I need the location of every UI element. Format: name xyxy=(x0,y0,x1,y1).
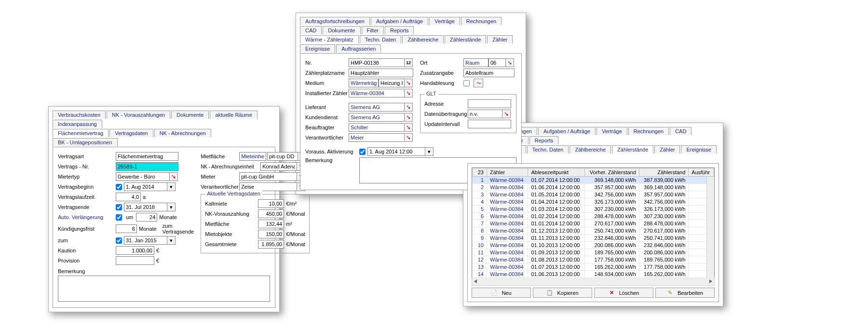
tab-cad[interactable]: CAD xyxy=(300,26,322,34)
tab-nk-vorauszahlungen[interactable]: NK - Vorauszahlungen xyxy=(107,111,170,119)
ort-link-input[interactable] xyxy=(463,58,488,67)
tab-techn-daten[interactable]: Techn. Daten xyxy=(527,145,569,153)
zaehlerstaende-table[interactable]: 23 Zähler Ablesezeitpunkt Vorher. Zähler… xyxy=(472,168,714,278)
glt-ui-input[interactable] xyxy=(468,120,511,128)
installed-input[interactable] xyxy=(349,89,405,97)
vorauss-input[interactable] xyxy=(367,147,425,156)
nkvor-input[interactable] xyxy=(258,209,284,218)
picker-icon[interactable]: ➘ xyxy=(502,110,511,118)
date-picker-icon[interactable]: ▾ xyxy=(167,182,176,191)
vertragslaufzeit-input[interactable] xyxy=(116,193,141,201)
table-row[interactable]: 1Wärme-0038401.07.2014 12:00:00369.148,0… xyxy=(473,177,714,184)
tab-ereignisse[interactable]: Ereignisse xyxy=(300,44,335,53)
loeschen-button[interactable]: Löschen xyxy=(594,288,653,298)
table-row[interactable]: 3Wärme-0038401.05.2014 12:00:00342.756,0… xyxy=(473,191,714,198)
picker-icon[interactable]: ➘ xyxy=(404,113,413,122)
tab-vertr-ge[interactable]: Verträge xyxy=(597,127,627,135)
table-row[interactable]: 9Wärme-0038401.11.2013 12:00:00232.846,0… xyxy=(473,235,714,242)
verantw-input[interactable] xyxy=(349,133,405,142)
table-row[interactable]: 12Wärme-0038401.08.2013 12:00:00177.758,… xyxy=(473,256,714,264)
bearbeiten-button[interactable]: Bearbeiten xyxy=(655,288,715,298)
tab-z-hler[interactable]: Zähler xyxy=(487,35,513,43)
table-row[interactable]: 6Wärme-0038401.02.2014 12:00:00288.478,0… xyxy=(473,213,714,220)
picker-icon[interactable]: ➘ xyxy=(505,58,514,67)
bemerkung-textarea[interactable] xyxy=(58,276,270,302)
zum-check[interactable] xyxy=(116,237,122,244)
id-generate-icon[interactable]: 12 xyxy=(404,58,413,67)
date-picker-icon[interactable]: ▾ xyxy=(167,236,176,245)
vertragsnr-input[interactable] xyxy=(116,162,178,171)
tab-nk-abrechnungen[interactable]: NK - Abrechnungen xyxy=(154,129,211,137)
tab-dokumente[interactable]: Dokumente xyxy=(171,111,209,119)
tab-w-rme-z-hlerplatz[interactable]: Wärme - Zählerplatz xyxy=(300,35,359,43)
tab-reports[interactable]: Reports xyxy=(529,136,559,144)
tab-z-hlbereiche[interactable]: Zählbereiche xyxy=(570,145,611,153)
col-ausfuehr[interactable]: Ausführ xyxy=(689,168,714,177)
tab-vertr-ge[interactable]: Verträge xyxy=(429,17,460,25)
table-row[interactable]: 7Wärme-0038401.01.2014 12:00:00270.617,0… xyxy=(473,220,714,227)
table-row[interactable]: 13Wärme-0038401.07.2013 12:00:00165.262,… xyxy=(473,264,714,271)
nr-input[interactable] xyxy=(349,58,405,67)
tab-aktuelle-r-ume[interactable]: aktuelle Räume xyxy=(210,111,257,119)
picker-icon[interactable]: ➘ xyxy=(404,123,413,132)
mietertyp-input[interactable] xyxy=(116,172,170,181)
horizontal-scrollbar[interactable] xyxy=(472,278,715,286)
vertragsende-input[interactable] xyxy=(124,203,167,211)
autoverl-check[interactable] xyxy=(116,214,122,221)
picker-icon[interactable]: ➘ xyxy=(404,103,413,111)
medium-link-input[interactable] xyxy=(349,79,379,87)
tab-vertragsdaten[interactable]: Vertragsdaten xyxy=(109,129,153,137)
neu-button[interactable]: Neu xyxy=(472,288,531,298)
tab-auftragsfortschreibungen[interactable]: Auftragsfortschreibungen xyxy=(300,17,370,25)
kundendienst-input[interactable] xyxy=(349,113,405,122)
col-ablesezeitpunkt[interactable]: Ablesezeitpunkt xyxy=(528,168,585,177)
table-row[interactable]: 11Wärme-0038401.09.2013 12:00:00189.765,… xyxy=(473,249,714,256)
glt-du-input[interactable] xyxy=(468,110,502,118)
col-vorher[interactable]: Vorher. Zählerstand xyxy=(585,168,639,177)
mietobjekte-input[interactable] xyxy=(258,230,284,238)
tab-verbrauchskosten[interactable]: Verbrauchskosten xyxy=(53,111,106,119)
tab-ereignisse[interactable]: Ereignisse xyxy=(681,145,716,153)
provision-input[interactable] xyxy=(116,256,154,265)
zpname-input[interactable] xyxy=(349,69,413,77)
kuendigungsfrist-input[interactable] xyxy=(116,224,137,233)
picker-icon[interactable]: ➘ xyxy=(404,133,413,142)
tab-cad[interactable]: CAD xyxy=(670,127,692,135)
vertragsbeginn-input[interactable] xyxy=(124,182,167,191)
zusatz-input[interactable] xyxy=(463,69,515,77)
vertragsbeginn-check[interactable] xyxy=(116,184,122,190)
col-zaehlerstand[interactable]: Zählerstand xyxy=(639,168,689,177)
glt-adr-input[interactable] xyxy=(468,99,511,108)
mietflaeche-link-input[interactable] xyxy=(239,152,266,161)
chart-icon[interactable]: ⤳ xyxy=(474,79,483,87)
date-picker-icon[interactable]: ▾ xyxy=(425,147,434,156)
mietflaeche-val-input[interactable] xyxy=(267,152,298,161)
tab-z-hlbereiche[interactable]: Zählbereiche xyxy=(402,35,444,43)
verantw-input[interactable] xyxy=(239,182,297,191)
kopieren-button[interactable]: Kopieren xyxy=(533,288,592,298)
tab-reports[interactable]: Reports xyxy=(385,26,414,34)
table-row[interactable]: 14Wärme-0038401.06.2013 12:00:00148.934,… xyxy=(473,271,714,278)
tab-auftragsserien[interactable]: Auftragsserien xyxy=(336,44,381,53)
tab-fl-chenmietvertrag[interactable]: Flächenmietvertrag xyxy=(53,129,108,137)
tab-filter[interactable]: Filter xyxy=(362,26,384,34)
mieter-input[interactable] xyxy=(239,172,297,181)
picker-icon[interactable]: ➘ xyxy=(404,89,413,97)
mietertyp-picker-icon[interactable]: ➘ xyxy=(169,172,178,181)
vorauss-check[interactable] xyxy=(359,149,366,155)
beauftragter-input[interactable] xyxy=(349,123,405,132)
tab-rechnungen[interactable]: Rechnungen xyxy=(461,17,502,25)
date-picker-icon[interactable]: ▾ xyxy=(167,203,176,211)
tab-indexanpassung[interactable]: Indexanpassung xyxy=(53,120,102,128)
table-row[interactable]: 10Wärme-0038401.10.2013 12:00:00200.086,… xyxy=(473,242,714,249)
hand-check[interactable] xyxy=(463,80,470,86)
kaltmiete-input[interactable] xyxy=(258,199,284,208)
tab-aufgaben-auftr-ge[interactable]: Aufgaben / Aufträge xyxy=(538,127,596,135)
medium-input[interactable] xyxy=(379,79,405,87)
table-row[interactable]: 4Wärme-0038401.04.2014 12:00:00326.173,0… xyxy=(473,198,714,206)
vertical-scrollbar[interactable] xyxy=(706,177,714,278)
table-row[interactable]: 2Wärme-0038401.06.2014 12:00:00357.957,0… xyxy=(473,184,714,191)
autoverl-months-input[interactable] xyxy=(136,213,157,222)
col-zaehler[interactable]: Zähler xyxy=(487,168,528,177)
mflaeche-input[interactable] xyxy=(258,220,284,228)
